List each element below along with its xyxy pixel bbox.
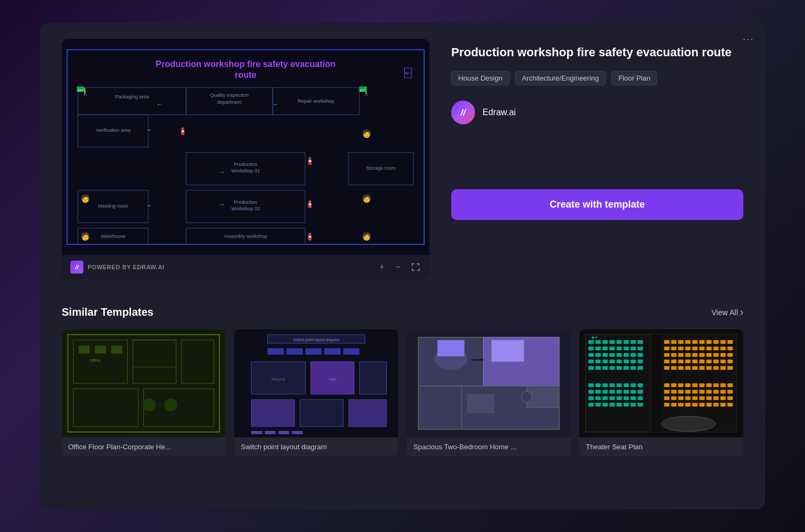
svg-rect-131 xyxy=(638,347,643,350)
svg-rect-174 xyxy=(721,347,726,350)
more-options-button[interactable]: ··· xyxy=(743,34,754,45)
svg-rect-201 xyxy=(700,366,705,370)
svg-rect-220 xyxy=(631,390,636,394)
svg-rect-94 xyxy=(252,431,262,434)
svg-rect-129 xyxy=(624,347,629,350)
svg-rect-229 xyxy=(638,396,643,400)
svg-rect-250 xyxy=(678,390,684,394)
svg-rect-147 xyxy=(638,360,643,363)
svg-rect-222 xyxy=(589,396,594,400)
svg-rect-188 xyxy=(678,360,684,363)
similar-header: Similar Templates View All › xyxy=(62,306,743,318)
svg-text:🧑: 🧑 xyxy=(362,194,372,203)
svg-rect-261 xyxy=(685,396,691,400)
svg-rect-234 xyxy=(617,403,622,407)
svg-text:Production: Production xyxy=(234,162,257,167)
tag-architecture[interactable]: Architecture/Engineering xyxy=(515,71,606,85)
svg-text:Workshop 02: Workshop 02 xyxy=(232,206,260,211)
svg-rect-192 xyxy=(707,360,712,363)
svg-rect-272 xyxy=(692,403,698,407)
svg-text:Office: Office xyxy=(89,358,101,363)
svg-rect-258 xyxy=(664,396,670,400)
svg-point-75 xyxy=(143,398,156,411)
zoom-in-button[interactable]: + xyxy=(378,261,385,273)
svg-rect-194 xyxy=(721,360,726,363)
powered-by-label: POWERED BY EDRAW.AI xyxy=(88,264,164,270)
svg-point-278 xyxy=(662,416,716,431)
svg-text:EXIT: EXIT xyxy=(77,89,83,92)
svg-text:Packaging area: Packaging area xyxy=(115,94,149,99)
tag-floor-plan[interactable]: Floor Plan xyxy=(611,71,657,85)
svg-rect-110 xyxy=(472,359,484,361)
tags-container: House Design Architecture/Engineering Fl… xyxy=(451,71,743,85)
svg-text:Assembly workshop: Assembly workshop xyxy=(224,234,267,239)
fullscreen-button[interactable] xyxy=(410,262,421,272)
svg-rect-246 xyxy=(721,383,726,387)
svg-rect-172 xyxy=(707,347,712,350)
svg-rect-224 xyxy=(603,396,608,400)
svg-rect-96 xyxy=(279,431,289,434)
svg-rect-181 xyxy=(700,353,705,357)
svg-text:↩: ↩ xyxy=(591,333,598,342)
svg-rect-231 xyxy=(596,403,601,407)
svg-rect-268 xyxy=(664,403,670,407)
svg-rect-152 xyxy=(617,366,622,370)
svg-text:🧑: 🧑 xyxy=(362,129,372,138)
svg-rect-196 xyxy=(664,366,670,370)
svg-rect-136 xyxy=(617,353,622,357)
svg-rect-127 xyxy=(610,347,615,350)
svg-rect-155 xyxy=(638,366,643,370)
svg-text:Hub: Hub xyxy=(329,377,336,381)
svg-rect-199 xyxy=(685,366,691,370)
svg-rect-266 xyxy=(721,396,726,400)
svg-rect-124 xyxy=(589,347,594,350)
svg-text:→: → xyxy=(146,202,152,209)
svg-text:🧯: 🧯 xyxy=(305,232,315,241)
svg-rect-122 xyxy=(631,340,636,344)
author-name: Edraw.ai xyxy=(483,108,516,117)
svg-rect-143 xyxy=(610,360,615,363)
edraw-logo-small: // xyxy=(70,261,83,274)
svg-text:→: → xyxy=(146,126,152,134)
svg-rect-149 xyxy=(596,366,601,370)
template-name-0: Office Floor Plan-Corporate He... xyxy=(62,437,226,456)
svg-rect-114 xyxy=(651,335,662,432)
zoom-out-button[interactable]: − xyxy=(394,261,401,273)
svg-rect-197 xyxy=(671,366,677,370)
template-card-3[interactable]: ↩ Theater Seat Plan xyxy=(579,329,743,456)
svg-rect-264 xyxy=(707,396,712,400)
create-with-template-button[interactable]: Create with template xyxy=(451,189,743,220)
template-card-2[interactable]: Spacious Two-Bedroom Home ... xyxy=(407,329,571,456)
svg-rect-254 xyxy=(707,390,712,394)
svg-rect-269 xyxy=(671,403,677,407)
svg-rect-173 xyxy=(714,347,719,350)
svg-rect-243 xyxy=(700,383,705,387)
svg-rect-235 xyxy=(624,403,629,407)
preview-toolbar: // POWERED BY EDRAW.AI + − xyxy=(62,255,430,279)
svg-rect-275 xyxy=(714,403,719,407)
svg-rect-159 xyxy=(685,340,691,344)
svg-rect-142 xyxy=(603,360,608,363)
svg-rect-205 xyxy=(728,366,733,370)
svg-rect-193 xyxy=(714,360,719,363)
svg-text:Production workshop fire safet: Production workshop fire safety evacuati… xyxy=(156,59,336,69)
svg-rect-253 xyxy=(700,390,705,394)
svg-rect-146 xyxy=(631,360,636,363)
svg-rect-180 xyxy=(692,353,698,357)
powered-by: // POWERED BY EDRAW.AI xyxy=(70,261,164,274)
svg-rect-141 xyxy=(596,360,601,363)
svg-rect-95 xyxy=(265,431,276,434)
svg-rect-238 xyxy=(664,383,670,387)
template-card-1[interactable]: Switch point layout diagram xyxy=(234,329,398,456)
svg-rect-176 xyxy=(664,353,670,357)
svg-rect-237 xyxy=(638,403,643,407)
view-all-button[interactable]: View All › xyxy=(711,307,743,318)
template-card-0[interactable]: Office Office Floor Plan-Corporate He... xyxy=(62,329,226,456)
svg-rect-262 xyxy=(692,396,698,400)
svg-text:Repair workshop: Repair workshop xyxy=(298,98,334,104)
svg-rect-236 xyxy=(631,403,636,407)
svg-rect-259 xyxy=(671,396,677,400)
svg-rect-226 xyxy=(617,396,622,400)
svg-text:🧯: 🧯 xyxy=(178,127,188,136)
tag-house-design[interactable]: House Design xyxy=(451,71,510,85)
